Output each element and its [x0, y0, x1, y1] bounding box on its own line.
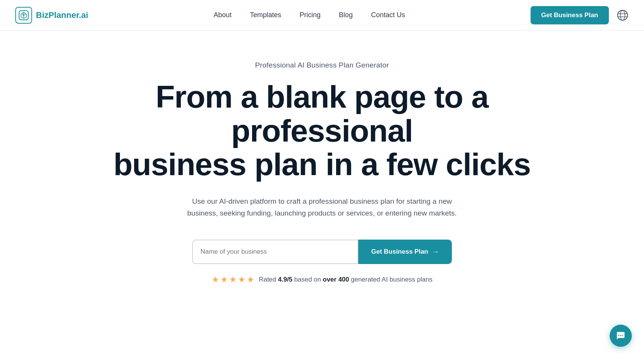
- star-4: ★: [238, 275, 246, 285]
- svg-point-2: [618, 10, 628, 20]
- hero-form: Get Business Plan →: [192, 240, 452, 264]
- hero-cta-button[interactable]: Get Business Plan →: [358, 240, 452, 264]
- hero-section: Professional AI Business Plan Generator …: [0, 31, 644, 307]
- star-1: ★: [212, 275, 219, 285]
- svg-point-3: [620, 10, 625, 20]
- nav-pricing[interactable]: Pricing: [299, 11, 320, 19]
- hero-cta-label: Get Business Plan: [371, 248, 428, 256]
- nav-right: Get Business Plan: [531, 6, 629, 24]
- svg-point-8: [622, 335, 623, 336]
- hero-title: From a blank page to a professional busi…: [74, 80, 570, 182]
- chat-bubble-button[interactable]: [610, 325, 632, 347]
- arrow-icon: →: [432, 248, 439, 256]
- nav-templates[interactable]: Templates: [250, 11, 281, 19]
- logo-link[interactable]: BizPlanner.ai: [15, 7, 88, 24]
- star-3: ★: [229, 275, 237, 285]
- logo-text: BizPlanner.ai: [36, 10, 88, 20]
- nav-blog[interactable]: Blog: [339, 11, 353, 19]
- nav-contact[interactable]: Contact Us: [371, 11, 405, 19]
- star-2: ★: [220, 275, 228, 285]
- nav-links: About Templates Pricing Blog Contact Us: [214, 11, 405, 19]
- hero-title-line2: business plan in a few clicks: [113, 147, 531, 182]
- svg-point-1: [23, 14, 24, 16]
- globe-icon[interactable]: [616, 9, 629, 21]
- hero-title-line1: From a blank page to a professional: [155, 79, 488, 148]
- star-rating: ★ ★ ★ ★ ★: [212, 275, 254, 285]
- rating-text: Rated 4.9/5 based on over 400 generated …: [259, 276, 433, 283]
- business-name-input[interactable]: [192, 240, 358, 264]
- navbar: BizPlanner.ai About Templates Pricing Bl…: [0, 0, 644, 31]
- svg-point-7: [620, 335, 621, 336]
- logo-icon: [15, 7, 32, 24]
- rating-row: ★ ★ ★ ★ ★ Rated 4.9/5 based on over 400 …: [212, 275, 433, 285]
- star-5: ★: [247, 275, 254, 285]
- nav-cta-button[interactable]: Get Business Plan: [531, 6, 609, 24]
- hero-description: Use our AI-driven platform to craft a pr…: [177, 195, 467, 219]
- nav-about[interactable]: About: [214, 11, 231, 19]
- svg-point-6: [618, 335, 620, 336]
- hero-subtitle: Professional AI Business Plan Generator: [255, 61, 389, 69]
